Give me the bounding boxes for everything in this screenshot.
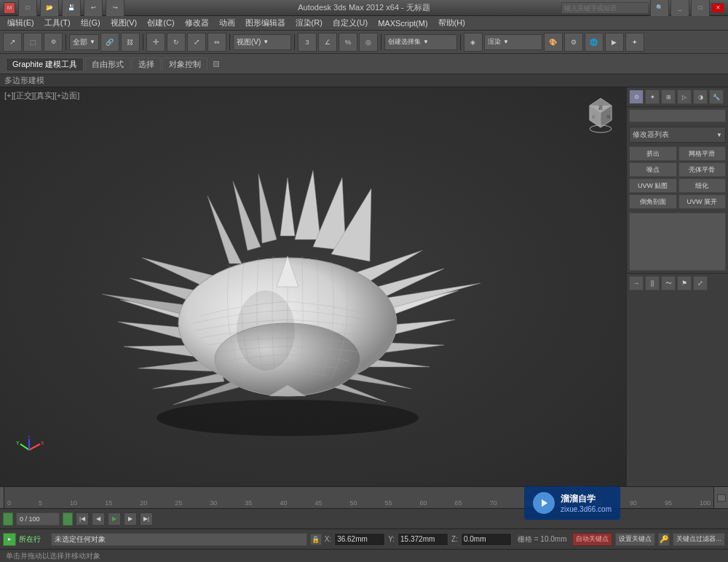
app-icon[interactable]: M: [4, 2, 15, 14]
svg-marker-7: [207, 196, 242, 264]
mirror-btn[interactable]: ⇔: [207, 33, 226, 52]
set-key-btn[interactable]: 设置关键点: [615, 533, 655, 546]
menu-edit[interactable]: 编辑(E): [3, 17, 39, 29]
menu-maxscript[interactable]: MAXScript(M): [373, 18, 432, 28]
panel-display-icon[interactable]: ◑: [693, 90, 708, 104]
panel-create-icon[interactable]: ✦: [645, 90, 660, 104]
link-btn[interactable]: 🔗: [100, 33, 119, 52]
panel-modify-icon[interactable]: ⚙: [629, 90, 644, 104]
content-area: [+][正交][真实][+边面]: [0, 87, 728, 486]
frame-start-btn[interactable]: [3, 512, 13, 526]
render-btn[interactable]: 🎨: [544, 33, 563, 52]
effects-btn[interactable]: ✦: [625, 33, 644, 52]
viewport-cube[interactable]: 正 左 顶: [582, 95, 619, 131]
save-btn[interactable]: 💾: [62, 0, 81, 17]
search-btn[interactable]: 🔍: [650, 0, 669, 17]
scale-btn[interactable]: ⤢: [187, 33, 206, 52]
rotate-btn[interactable]: ↻: [167, 33, 186, 52]
modifier-list-dropdown[interactable]: 修改器列表 ▼: [629, 127, 726, 143]
lock-icon[interactable]: 🔒: [310, 534, 322, 545]
separator4: [294, 34, 295, 50]
render-dropdown[interactable]: 渲染 ▼: [484, 34, 542, 50]
flag-icon[interactable]: ⚑: [677, 276, 692, 290]
next-frame-btn[interactable]: ▶: [124, 512, 137, 526]
media-btn[interactable]: ▶: [605, 33, 624, 52]
select-region-btn[interactable]: ⬚: [23, 33, 42, 52]
extrude-btn[interactable]: 挤出: [629, 146, 677, 161]
percent-snap-btn[interactable]: %: [339, 33, 357, 52]
uvw-map-btn[interactable]: UVW 贴图: [629, 178, 677, 193]
menu-render[interactable]: 渲染(R): [291, 17, 327, 29]
minimize-btn[interactable]: _: [670, 0, 689, 17]
timeline-scroll[interactable]: [713, 487, 728, 509]
open-btn[interactable]: 📂: [40, 0, 59, 17]
snap3d-btn[interactable]: 3: [298, 33, 317, 52]
menu-create[interactable]: 创建(C): [143, 17, 178, 29]
go-start-btn[interactable]: |◀: [76, 512, 89, 526]
auto-key-btn[interactable]: 自动关键点: [572, 533, 612, 546]
panel-search-input[interactable]: [629, 109, 726, 122]
expand-icon[interactable]: ⤢: [693, 276, 708, 290]
key-filter-btn[interactable]: 关键点过滤器...: [673, 533, 725, 546]
menu-modifiers[interactable]: 修改器: [181, 17, 213, 29]
redo-btn[interactable]: ↪: [106, 0, 124, 17]
tab-freeform[interactable]: 自由形式: [85, 58, 130, 71]
menu-customize[interactable]: 自定义(U): [328, 17, 372, 29]
select-btn[interactable]: ↗: [3, 33, 22, 52]
object-mode-btn[interactable]: ▸: [3, 533, 16, 546]
play-btn[interactable]: ▶: [108, 512, 121, 526]
render-setup-btn[interactable]: ⚙: [564, 33, 583, 52]
grid-label: 栅格 = 10.0mm: [518, 534, 567, 545]
tessellate-btn[interactable]: 细化: [678, 178, 727, 193]
close-btn[interactable]: ✕: [711, 3, 724, 13]
go-end-btn[interactable]: ▶|: [140, 512, 153, 526]
panel-utilities-icon[interactable]: 🔧: [709, 90, 724, 104]
layer-btn[interactable]: ◈: [464, 33, 483, 52]
maximize-btn[interactable]: □: [691, 0, 710, 17]
tick-65: 65: [455, 499, 462, 507]
svg-marker-45: [542, 499, 547, 507]
menu-graph-editor[interactable]: 图形编辑器: [241, 17, 290, 29]
x-field[interactable]: 36.62mm: [334, 533, 385, 546]
viewport[interactable]: [+][正交][真实][+边面]: [0, 87, 626, 486]
select-filter-btn[interactable]: ⚙: [44, 33, 63, 52]
tick-50: 50: [349, 499, 357, 507]
tab-graphite[interactable]: Graphite 建模工具: [6, 58, 84, 71]
new-btn[interactable]: □: [18, 0, 37, 17]
frame-end-btn[interactable]: [63, 512, 73, 526]
undo-btn[interactable]: ↩: [84, 0, 103, 17]
panel-motion-icon[interactable]: ▷: [677, 90, 692, 104]
tab-select[interactable]: 选择: [132, 58, 161, 71]
menu-view[interactable]: 视图(V): [106, 17, 142, 29]
y-field[interactable]: 15.372mm: [397, 533, 448, 546]
mesh-smooth-btn[interactable]: 网格平滑: [678, 146, 727, 161]
z-field[interactable]: 0.0mm: [461, 533, 512, 546]
brand-play-icon: [533, 492, 555, 514]
menu-group[interactable]: 组(G): [76, 17, 105, 29]
menu-tools[interactable]: 工具(T): [40, 17, 75, 29]
move-btn[interactable]: ✛: [146, 33, 165, 52]
pin-icon[interactable]: →: [629, 276, 644, 290]
uvw-unwrap-btn[interactable]: UVW 展开: [678, 194, 727, 209]
angle-snap-btn[interactable]: ∠: [318, 33, 337, 52]
prev-frame-btn[interactable]: ◀: [92, 512, 105, 526]
view-dropdown[interactable]: 全部 ▼: [69, 34, 99, 50]
snap-dropdown[interactable]: 视图(V) ▼: [233, 34, 291, 50]
key-icon[interactable]: 🔑: [658, 533, 670, 546]
secondary-toolbar: Graphite 建模工具 自由形式 选择 对象控制: [0, 54, 728, 74]
y-value: 15.372mm: [400, 535, 435, 543]
menu-animation[interactable]: 动画: [215, 17, 240, 29]
menu-help[interactable]: 帮助(H): [434, 17, 470, 29]
tab-object-control[interactable]: 对象控制: [162, 58, 207, 71]
shell-btn[interactable]: 壳体平骨: [678, 162, 727, 177]
environment-btn[interactable]: 🌐: [585, 33, 604, 52]
search-input[interactable]: [561, 2, 649, 14]
spinner-snap-btn[interactable]: ◎: [359, 33, 378, 52]
noise-btn[interactable]: 噪点: [629, 162, 677, 177]
select-set-dropdown[interactable]: 创建选择集 ▼: [384, 34, 457, 50]
curve-icon[interactable]: 〜: [661, 276, 676, 290]
panel-hierarchy-icon[interactable]: ⊞: [661, 90, 676, 104]
unlink-btn[interactable]: ⛓: [121, 33, 140, 52]
bevel-profile-btn[interactable]: 倒角剖面: [629, 194, 677, 209]
pause-icon[interactable]: ||: [645, 276, 660, 290]
